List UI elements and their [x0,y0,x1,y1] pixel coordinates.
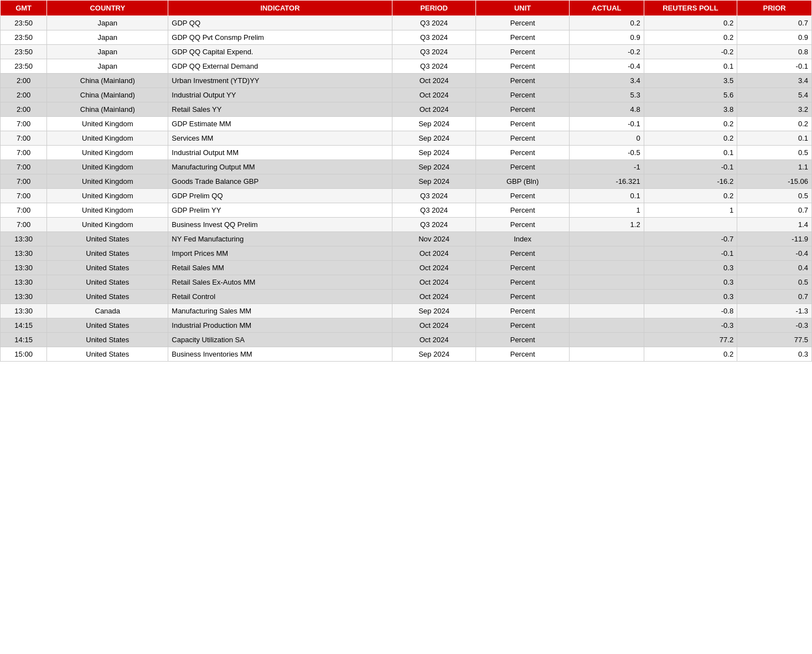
header-gmt: GMT [1,1,47,16]
table-row: 23:50JapanGDP QQ Pvt Consmp PrelimQ3 202… [1,30,812,45]
cell-reuters_poll: 3.8 [644,102,737,117]
cell-period: Q3 2024 [392,45,476,59]
cell-prior: 0.7 [737,16,812,30]
cell-actual: 0 [569,131,644,146]
cell-reuters_poll: 0.1 [644,59,737,74]
cell-gmt: 13:30 [1,232,47,246]
cell-indicator: GDP QQ Capital Expend. [168,45,392,59]
cell-actual [569,318,644,333]
cell-period: Sep 2024 [392,174,476,189]
cell-gmt: 2:00 [1,88,47,102]
cell-prior: 1.4 [737,218,812,232]
cell-prior: -11.9 [737,232,812,246]
table-row: 7:00United KingdomBusiness Invest QQ Pre… [1,218,812,232]
cell-indicator: Industrial Output MM [168,146,392,160]
cell-reuters_poll: 0.2 [644,189,737,203]
cell-unit: Percent [476,218,570,232]
cell-gmt: 23:50 [1,16,47,30]
cell-period: Sep 2024 [392,146,476,160]
cell-unit: Percent [476,16,570,30]
cell-reuters_poll: -0.1 [644,246,737,261]
cell-period: Q3 2024 [392,218,476,232]
cell-unit: Percent [476,160,570,174]
cell-indicator: GDP Prelim YY [168,203,392,218]
cell-period: Sep 2024 [392,347,476,362]
cell-reuters_poll: 0.1 [644,146,737,160]
cell-country: United Kingdom [47,117,168,131]
cell-reuters_poll: 77.2 [644,333,737,347]
cell-indicator: Business Inventories MM [168,347,392,362]
cell-country: United States [47,261,168,275]
cell-unit: Percent [476,88,570,102]
cell-period: Oct 2024 [392,275,476,290]
cell-unit: GBP (Bln) [476,174,570,189]
header-country: COUNTRY [47,1,168,16]
cell-actual: 5.3 [569,88,644,102]
cell-prior: 77.5 [737,333,812,347]
cell-reuters_poll: 0.3 [644,275,737,290]
cell-actual: -0.5 [569,146,644,160]
cell-actual [569,246,644,261]
cell-period: Sep 2024 [392,304,476,318]
cell-country: United States [47,318,168,333]
table-row: 23:50JapanGDP QQ External DemandQ3 2024P… [1,59,812,74]
table-row: 23:50JapanGDP QQQ3 2024Percent0.20.20.7 [1,16,812,30]
cell-prior: 1.1 [737,160,812,174]
cell-unit: Percent [476,333,570,347]
cell-country: United States [47,232,168,246]
header-reuters-poll: REUTERS POLL [644,1,737,16]
cell-prior: 0.4 [737,261,812,275]
table-row: 13:30United StatesRetail ControlOct 2024… [1,290,812,304]
table-row: 13:30CanadaManufacturing Sales MMSep 202… [1,304,812,318]
cell-gmt: 13:30 [1,290,47,304]
table-row: 7:00United KingdomGDP Estimate MMSep 202… [1,117,812,131]
cell-country: Canada [47,304,168,318]
cell-indicator: Business Invest QQ Prelim [168,218,392,232]
cell-country: United Kingdom [47,203,168,218]
cell-reuters_poll: 0.2 [644,131,737,146]
cell-gmt: 23:50 [1,45,47,59]
cell-reuters_poll: -0.8 [644,304,737,318]
cell-period: Oct 2024 [392,74,476,88]
cell-prior: 3.2 [737,102,812,117]
cell-reuters_poll [644,218,737,232]
cell-actual: -1 [569,160,644,174]
cell-unit: Percent [476,131,570,146]
cell-unit: Percent [476,59,570,74]
cell-country: China (Mainland) [47,88,168,102]
cell-unit: Percent [476,189,570,203]
cell-unit: Percent [476,347,570,362]
cell-prior: -15.06 [737,174,812,189]
cell-indicator: Manufacturing Sales MM [168,304,392,318]
cell-reuters_poll: 0.2 [644,16,737,30]
table-row: 13:30United StatesNY Fed ManufacturingNo… [1,232,812,246]
cell-reuters_poll: -0.2 [644,45,737,59]
cell-period: Q3 2024 [392,30,476,45]
cell-indicator: NY Fed Manufacturing [168,232,392,246]
cell-actual [569,261,644,275]
cell-country: United States [47,290,168,304]
table-body: 23:50JapanGDP QQQ3 2024Percent0.20.20.72… [1,16,812,362]
cell-country: United States [47,275,168,290]
table-row: 23:50JapanGDP QQ Capital Expend.Q3 2024P… [1,45,812,59]
cell-prior: 0.8 [737,45,812,59]
cell-reuters_poll: -0.7 [644,232,737,246]
cell-indicator: GDP Estimate MM [168,117,392,131]
cell-period: Oct 2024 [392,88,476,102]
cell-country: Japan [47,16,168,30]
cell-indicator: GDP Prelim QQ [168,189,392,203]
cell-unit: Percent [476,290,570,304]
cell-country: Japan [47,45,168,59]
cell-indicator: Industrial Production MM [168,318,392,333]
cell-unit: Index [476,232,570,246]
cell-period: Oct 2024 [392,246,476,261]
header-period: PERIOD [392,1,476,16]
cell-period: Q3 2024 [392,16,476,30]
cell-indicator: Retail Control [168,290,392,304]
cell-prior: -1.3 [737,304,812,318]
table-row: 2:00China (Mainland)Urban Investment (YT… [1,74,812,88]
cell-actual: -0.4 [569,59,644,74]
table-row: 7:00United KingdomServices MMSep 2024Per… [1,131,812,146]
cell-gmt: 15:00 [1,347,47,362]
cell-reuters_poll: -16.2 [644,174,737,189]
